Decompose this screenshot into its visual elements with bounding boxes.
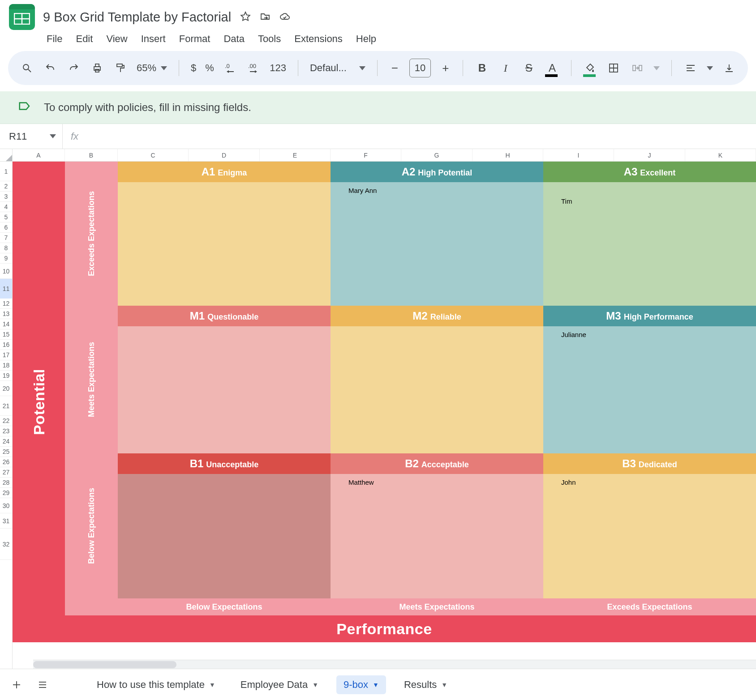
row-header[interactable]: 23 — [0, 426, 12, 436]
sheet-tab-9box[interactable]: 9-box▼ — [336, 675, 386, 694]
row-header[interactable]: 8 — [0, 243, 12, 253]
currency-button[interactable]: $ — [191, 62, 196, 74]
row-header[interactable]: 25 — [0, 447, 12, 457]
row-header[interactable]: 24 — [0, 436, 12, 447]
col-header[interactable]: D — [189, 149, 260, 161]
col-header[interactable]: K — [685, 149, 756, 161]
cell-m2-body[interactable] — [331, 326, 543, 453]
search-icon[interactable] — [20, 60, 34, 76]
row-header[interactable]: 16 — [0, 340, 12, 350]
row-header[interactable]: 2 — [0, 181, 12, 192]
row-header[interactable]: 13 — [0, 309, 12, 319]
col-header[interactable]: B — [65, 149, 118, 161]
menu-view[interactable]: View — [106, 33, 127, 45]
borders-button[interactable] — [606, 60, 621, 76]
format-123-button[interactable]: 123 — [270, 62, 286, 74]
menu-edit[interactable]: Edit — [76, 33, 93, 45]
add-sheet-button[interactable] — [9, 677, 24, 692]
row-header-selected[interactable]: 11 — [0, 279, 12, 299]
cloud-status-icon[interactable] — [279, 11, 291, 23]
row-header[interactable]: 12 — [0, 299, 12, 309]
sheet-tab-results[interactable]: Results▼ — [397, 675, 455, 694]
redo-icon[interactable] — [66, 60, 81, 76]
row-header[interactable]: 26 — [0, 457, 12, 467]
row-header[interactable]: 1 — [0, 162, 12, 181]
row-header[interactable]: 32 — [0, 529, 12, 560]
cell-b1-body[interactable] — [118, 474, 331, 598]
star-icon[interactable] — [240, 11, 252, 23]
menu-data[interactable]: Data — [223, 33, 244, 45]
all-sheets-button[interactable] — [35, 677, 50, 692]
undo-icon[interactable] — [43, 60, 57, 76]
cell-a3-body[interactable]: Tim — [543, 182, 756, 306]
col-header[interactable]: C — [118, 149, 189, 161]
row-header[interactable]: 7 — [0, 233, 12, 243]
row-header[interactable]: 4 — [0, 202, 12, 212]
font-family-select[interactable]: Defaul... — [310, 62, 353, 74]
row-header[interactable]: 18 — [0, 360, 12, 371]
horizontal-scrollbar[interactable] — [33, 660, 756, 669]
row-header[interactable]: 14 — [0, 319, 12, 329]
increase-decimal-icon[interactable]: .00 — [246, 60, 261, 76]
col-header[interactable]: F — [331, 149, 401, 161]
percent-button[interactable]: % — [205, 62, 214, 74]
menu-help[interactable]: Help — [356, 33, 376, 45]
col-header[interactable]: I — [543, 149, 614, 161]
fill-color-button[interactable] — [583, 60, 597, 76]
menu-insert[interactable]: Insert — [141, 33, 166, 45]
row-header[interactable]: 9 — [0, 253, 12, 264]
menu-file[interactable]: File — [47, 33, 62, 45]
text-color-button[interactable]: A — [545, 60, 559, 76]
cell-m3-body[interactable]: Julianne — [543, 326, 756, 453]
chevron-down-icon[interactable] — [359, 66, 365, 70]
cell-b2-body[interactable]: Matthew — [331, 474, 543, 598]
sheets-logo[interactable] — [9, 4, 35, 30]
decrease-decimal-icon[interactable]: .0 — [223, 60, 237, 76]
col-header[interactable]: H — [472, 149, 543, 161]
menu-tools[interactable]: Tools — [258, 33, 281, 45]
font-size-increase[interactable]: + — [440, 61, 451, 75]
cell-b3-body[interactable]: John — [543, 474, 756, 598]
cell-a1-body[interactable] — [118, 182, 331, 306]
vertical-align-button[interactable] — [722, 60, 736, 76]
row-header[interactable]: 30 — [0, 498, 12, 513]
chevron-down-icon[interactable] — [707, 66, 713, 70]
row-header[interactable]: 10 — [0, 264, 12, 279]
row-header[interactable]: 19 — [0, 371, 12, 381]
chevron-down-icon[interactable] — [161, 66, 167, 70]
row-header[interactable]: 20 — [0, 381, 12, 396]
chevron-down-icon[interactable] — [50, 134, 56, 138]
row-header[interactable]: 31 — [0, 513, 12, 529]
row-header[interactable]: 22 — [0, 416, 12, 426]
cell-a2-body[interactable]: Mary Ann — [331, 182, 543, 306]
col-header[interactable]: J — [614, 149, 685, 161]
italic-button[interactable]: I — [498, 60, 513, 76]
font-size-decrease[interactable]: − — [389, 61, 400, 75]
row-header[interactable]: 27 — [0, 467, 12, 478]
select-all-corner[interactable] — [0, 149, 12, 162]
col-header[interactable]: A — [13, 149, 65, 161]
col-header[interactable]: G — [401, 149, 472, 161]
row-header[interactable]: 3 — [0, 192, 12, 202]
strikethrough-button[interactable]: S — [522, 60, 536, 76]
doc-title[interactable]: 9 Box Grid Template by Factorial — [43, 10, 231, 25]
scrollbar-thumb[interactable] — [33, 661, 176, 668]
sheet-tab-employee-data[interactable]: Employee Data▼ — [233, 675, 326, 694]
font-size-input[interactable]: 10 — [409, 59, 431, 77]
name-box[interactable]: R11 — [0, 124, 63, 149]
paint-format-icon[interactable] — [113, 60, 128, 76]
row-header[interactable]: 6 — [0, 222, 12, 233]
zoom-value[interactable]: 65% — [137, 62, 156, 74]
merge-cells-button[interactable] — [630, 60, 644, 76]
move-icon[interactable] — [260, 11, 271, 23]
col-header[interactable]: E — [260, 149, 331, 161]
sheet-tab-howto[interactable]: How to use this template▼ — [90, 675, 223, 694]
menu-format[interactable]: Format — [179, 33, 210, 45]
menu-extensions[interactable]: Extensions — [294, 33, 343, 45]
print-icon[interactable] — [90, 60, 104, 76]
row-header[interactable]: 28 — [0, 478, 12, 488]
spreadsheet-canvas[interactable]: Potential Exceeds Expectations Meets Exp… — [13, 162, 756, 642]
bold-button[interactable]: B — [475, 60, 489, 76]
row-header[interactable]: 17 — [0, 350, 12, 360]
horizontal-align-button[interactable] — [683, 60, 698, 76]
